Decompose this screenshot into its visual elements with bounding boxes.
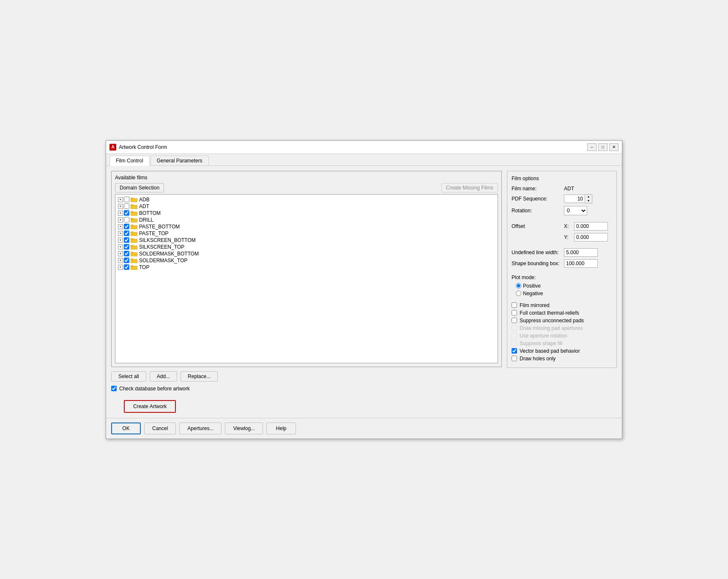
film-checkbox-soldermask-top[interactable] xyxy=(124,258,129,263)
tab-film-control[interactable]: Film Control xyxy=(109,156,150,166)
folder-icon xyxy=(131,258,137,263)
folder-icon xyxy=(131,197,137,202)
pdf-sequence-label: PDF Sequence: xyxy=(512,196,562,202)
film-checkbox-top[interactable] xyxy=(124,264,129,270)
use-aperture-row: Use aperture rotation xyxy=(512,333,612,339)
window-title: Artwork Control Form xyxy=(119,144,585,150)
create-missing-films-button[interactable]: Create Missing Films xyxy=(441,183,498,192)
list-item[interactable]: + SILKSCREEN_TOP xyxy=(117,244,496,250)
vector-based-label: Vector based pad behavior xyxy=(520,348,580,354)
tabs-bar: Film Control General Parameters xyxy=(106,154,622,166)
list-item[interactable]: + DRILL xyxy=(117,217,496,223)
folder-icon xyxy=(131,244,137,250)
offset-x-input[interactable]: 0.000 xyxy=(574,222,608,231)
shape-bounding-box-input[interactable]: 100.000 xyxy=(564,259,598,268)
spin-down-button[interactable]: ▼ xyxy=(585,199,592,203)
expand-icon[interactable]: + xyxy=(118,231,123,236)
spin-up-button[interactable]: ▲ xyxy=(585,195,592,199)
film-checkbox-drill[interactable] xyxy=(124,217,129,222)
svg-rect-3 xyxy=(131,204,133,206)
minimize-button[interactable]: – xyxy=(587,143,597,151)
expand-icon[interactable]: + xyxy=(118,211,123,216)
create-artwork-button[interactable]: Create Artwork xyxy=(124,400,176,413)
maximize-button[interactable]: □ xyxy=(598,143,608,151)
film-checkbox-silkscreen-top[interactable] xyxy=(124,244,129,250)
list-item[interactable]: + ADT xyxy=(117,203,496,210)
draw-missing-row: Draw missing pad apertures xyxy=(512,325,612,331)
help-button[interactable]: Help xyxy=(266,423,296,434)
list-item[interactable]: + SOLDERMASK_TOP xyxy=(117,257,496,264)
suppress-unconnected-checkbox[interactable] xyxy=(512,318,517,323)
rotation-select[interactable]: 0 90 180 270 xyxy=(564,206,587,215)
draw-missing-checkbox[interactable] xyxy=(512,325,517,331)
film-mirrored-checkbox[interactable] xyxy=(512,302,517,308)
svg-rect-7 xyxy=(131,218,133,219)
list-item[interactable]: + SILKSCREEN_BOTTOM xyxy=(117,237,496,244)
viewlog-button[interactable]: Viewlog... xyxy=(225,423,263,434)
list-item[interactable]: + PASTE_TOP xyxy=(117,230,496,237)
films-list-box: + ADB + ADT xyxy=(115,194,498,363)
svg-rect-17 xyxy=(131,252,133,253)
expand-icon[interactable]: + xyxy=(118,224,123,229)
bottom-controls: Select all Add... Replace... xyxy=(111,371,502,381)
undefined-line-width-input[interactable]: 5.000 xyxy=(564,248,598,257)
suppress-unconnected-row: Suppress unconnected pads xyxy=(512,318,612,324)
select-all-button[interactable]: Select all xyxy=(111,371,146,381)
expand-icon[interactable]: + xyxy=(118,238,123,243)
film-options-title: Film options xyxy=(512,176,612,181)
footer: OK Cancel Apertures... Viewlog... Help xyxy=(106,418,622,439)
suppress-shape-checkbox[interactable] xyxy=(512,340,517,346)
plot-mode-positive-radio[interactable] xyxy=(516,283,521,288)
film-checkbox-adt[interactable] xyxy=(124,203,129,209)
offset-y-input[interactable]: 0.000 xyxy=(574,233,608,241)
use-aperture-checkbox[interactable] xyxy=(512,333,517,338)
check-db-label: Check database before artwork xyxy=(119,386,190,392)
list-item[interactable]: + SOLDERMASK_BOTTOM xyxy=(117,250,496,257)
expand-icon[interactable]: + xyxy=(118,204,123,209)
expand-icon[interactable]: + xyxy=(118,258,123,263)
ok-button[interactable]: OK xyxy=(111,423,141,434)
film-checkbox-soldermask-bottom[interactable] xyxy=(124,251,129,256)
draw-holes-checkbox[interactable] xyxy=(512,356,517,361)
film-checkbox-paste-top[interactable] xyxy=(124,231,129,236)
film-checkbox-adb[interactable] xyxy=(124,197,129,202)
full-contact-label: Full contact thermal-reliefs xyxy=(520,310,579,316)
main-content: Available films Domain Selection Create … xyxy=(106,166,622,418)
film-mirrored-label: Film mirrored xyxy=(520,302,550,308)
cancel-button[interactable]: Cancel xyxy=(144,423,176,434)
plot-mode-negative-radio[interactable] xyxy=(516,291,521,296)
check-db-checkbox[interactable] xyxy=(111,386,117,391)
add-button[interactable]: Add... xyxy=(150,371,177,381)
film-checkbox-bottom[interactable] xyxy=(124,210,129,216)
folder-icon xyxy=(131,211,137,216)
film-checkbox-paste-bottom[interactable] xyxy=(124,224,129,229)
expand-icon[interactable]: + xyxy=(118,265,123,270)
list-item[interactable]: + ADB xyxy=(117,196,496,203)
expand-icon[interactable]: + xyxy=(118,251,123,256)
list-item[interactable]: + BOTTOM xyxy=(117,210,496,217)
film-checkbox-silkscreen-bottom[interactable] xyxy=(124,237,129,243)
domain-selection-button[interactable]: Domain Selection xyxy=(115,183,164,192)
full-contact-checkbox[interactable] xyxy=(512,310,517,316)
expand-icon[interactable]: + xyxy=(118,217,123,222)
tab-general-parameters[interactable]: General Parameters xyxy=(151,156,209,165)
undefined-line-width-label: Undefined line width: xyxy=(512,250,562,255)
replace-button[interactable]: Replace... xyxy=(181,371,218,381)
apertures-button[interactable]: Apertures... xyxy=(179,423,222,434)
pdf-sequence-input[interactable]: 10 xyxy=(564,195,585,203)
suppress-unconnected-label: Suppress unconnected pads xyxy=(520,318,584,324)
list-item[interactable]: + TOP xyxy=(117,264,496,271)
expand-icon[interactable]: + xyxy=(118,197,123,202)
vector-based-checkbox[interactable] xyxy=(512,348,517,354)
folder-icon xyxy=(131,238,137,243)
full-contact-row: Full contact thermal-reliefs xyxy=(512,310,612,316)
offset-x-label: X: xyxy=(564,223,572,229)
film-name-label: PASTE_TOP xyxy=(139,231,169,236)
expand-icon[interactable]: + xyxy=(118,244,123,250)
right-panel: Film options Film name: ADT PDF Sequence… xyxy=(507,171,617,413)
list-item[interactable]: + PASTE_BOTTOM xyxy=(117,223,496,230)
main-window: A Artwork Control Form – □ ✕ Film Contro… xyxy=(106,140,622,439)
film-name-label: SOLDERMASK_BOTTOM xyxy=(139,251,199,257)
close-button[interactable]: ✕ xyxy=(609,143,619,151)
folder-icon xyxy=(131,204,137,209)
